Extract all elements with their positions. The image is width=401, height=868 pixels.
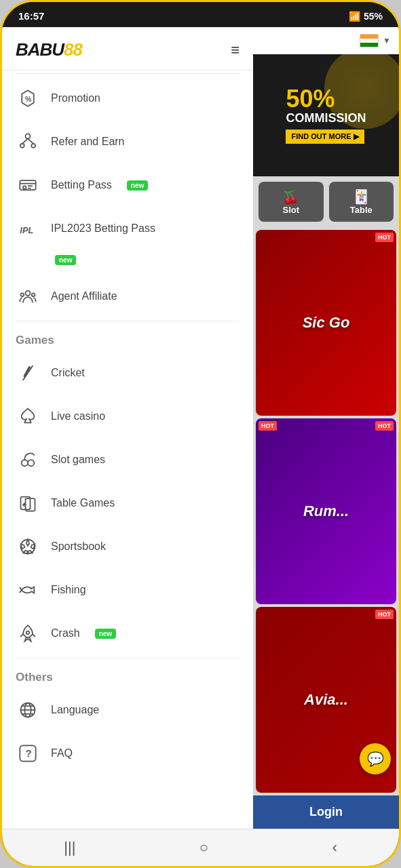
promo-line1: COMMISSION — [286, 111, 366, 125]
faq-label: FAQ — [51, 747, 73, 760]
table-label: Table — [350, 205, 373, 215]
main-content: BABU88 ≡ % Promotion — [2, 27, 399, 829]
cherry-icon — [16, 448, 40, 472]
betting-pass-icon — [16, 173, 40, 197]
hot-badge-1: HOT — [375, 233, 394, 242]
game-label-3: Avia... — [304, 691, 348, 709]
svg-point-13 — [21, 293, 24, 296]
game-label-2: Rum... — [303, 502, 349, 520]
chat-fab[interactable]: 💬 — [360, 743, 391, 774]
others-section-title: Others — [2, 661, 253, 688]
hamburger-button[interactable]: ≡ — [231, 41, 240, 59]
refer-label: Refer and Earn — [51, 136, 125, 148]
fish-icon — [16, 578, 40, 602]
nav-home[interactable]: ○ — [199, 839, 208, 856]
login-label: Login — [309, 805, 343, 818]
wifi-icon: 📶 — [349, 11, 360, 22]
sidebar: BABU88 ≡ % Promotion — [2, 27, 253, 829]
svg-point-12 — [26, 291, 31, 296]
hot-badge-3: HOT — [375, 610, 394, 619]
agent-label: Agent Affiliate — [51, 290, 117, 302]
menu-item-sportsbook[interactable]: Sportsbook — [2, 525, 253, 568]
india-flag-icon — [360, 34, 379, 47]
table-games-label: Table Games — [51, 497, 115, 509]
status-icons: 📶 55% — [349, 11, 383, 22]
svg-point-3 — [31, 144, 35, 148]
live-casino-label: Live casino — [51, 410, 105, 422]
game-card-rummy[interactable]: HOT HOT Rum... — [256, 418, 396, 604]
time: 16:57 — [18, 10, 44, 22]
ipl-row: IPL IPL2023 Betting Pass — [16, 216, 155, 241]
status-bar: 16:57 📶 55% — [2, 2, 399, 27]
globe-icon — [16, 698, 40, 722]
right-panel: ▼ 50% COMMISSION FIND OUT MORE ▶ 🍒 Slot … — [253, 27, 399, 829]
refer-icon — [16, 130, 40, 154]
svg-point-23 — [31, 588, 32, 589]
spade-icon — [16, 404, 40, 429]
crash-badge: new — [95, 629, 116, 639]
nav-back-apps[interactable]: ||| — [64, 839, 75, 856]
game-cards: HOT Sic Go HOT HOT Rum... HOT Avia... — [253, 227, 399, 795]
ipl-badge-row: new — [16, 253, 76, 265]
hot-badge-2-left: HOT — [259, 421, 277, 431]
bottom-nav: ||| ○ ‹ — [2, 829, 399, 866]
svg-text:%: % — [25, 95, 32, 103]
menu-item-language[interactable]: Language — [2, 688, 253, 732]
svg-point-14 — [32, 293, 35, 296]
menu-item-ipl[interactable]: IPL IPL2023 Betting Pass new — [2, 207, 253, 275]
svg-point-8 — [23, 186, 26, 189]
game-card-sicbo[interactable]: HOT Sic Go — [256, 230, 396, 416]
menu-item-cricket[interactable]: Cricket — [2, 351, 253, 395]
agent-icon — [16, 284, 40, 309]
nav-back[interactable]: ‹ — [332, 839, 337, 856]
menu-item-betting-pass[interactable]: Betting Pass new — [2, 163, 253, 207]
slot-games-label: Slot games — [51, 454, 105, 466]
menu-item-refer[interactable]: Refer and Earn — [2, 120, 253, 163]
sportsbook-label: Sportsbook — [51, 540, 106, 553]
cricket-icon — [16, 361, 40, 385]
svg-point-18 — [28, 460, 34, 466]
cards-icon: ♣ — [16, 491, 40, 515]
menu-item-promotion[interactable]: % Promotion — [2, 77, 253, 120]
percent-hexagon-icon: % — [16, 86, 40, 111]
svg-line-5 — [28, 138, 33, 144]
menu-item-fishing[interactable]: Fishing — [2, 568, 253, 612]
divider-top — [16, 73, 240, 74]
language-label: Language — [51, 704, 99, 716]
svg-point-17 — [22, 460, 28, 466]
menu-item-table-games[interactable]: ♣ Table Games — [2, 481, 253, 525]
logo: BABU88 — [16, 39, 82, 60]
promo-percent: 50% — [286, 87, 366, 111]
soccer-icon — [16, 534, 40, 559]
svg-point-1 — [26, 134, 31, 138]
svg-text:♣: ♣ — [22, 501, 26, 508]
menu-item-slots[interactable]: Slot games — [2, 438, 253, 481]
crash-label: Crash — [51, 627, 80, 639]
table-button[interactable]: 🃏 Table — [329, 182, 394, 222]
ipl-badge: new — [55, 255, 76, 265]
slot-button[interactable]: 🍒 Slot — [259, 182, 324, 222]
login-button[interactable]: Login — [253, 795, 399, 829]
rocket-icon — [16, 621, 40, 646]
game-label-1: Sic Go — [303, 314, 350, 332]
promotion-label: Promotion — [51, 92, 100, 104]
menu-item-faq[interactable]: ? FAQ — [2, 732, 253, 775]
games-section-title: Games — [2, 324, 253, 351]
phone-frame: 16:57 📶 55% BABU88 ≡ % — [0, 0, 401, 868]
svg-line-4 — [22, 138, 28, 144]
sidebar-header: BABU88 ≡ — [2, 27, 253, 71]
language-dropdown-arrow[interactable]: ▼ — [383, 36, 391, 45]
svg-point-2 — [20, 144, 24, 148]
menu-item-live-casino[interactable]: Live casino — [2, 395, 253, 438]
question-icon: ? — [16, 741, 40, 766]
menu-item-agent[interactable]: Agent Affiliate — [2, 275, 253, 318]
promo-link[interactable]: FIND OUT MORE ▶ — [286, 130, 364, 144]
right-top-bar: ▼ — [253, 27, 399, 54]
menu-item-crash[interactable]: Crash new — [2, 612, 253, 655]
ipl-icon: IPL — [16, 216, 40, 241]
battery-icon: 55% — [364, 11, 383, 22]
svg-point-24 — [26, 631, 30, 635]
slots-row: 🍒 Slot 🃏 Table — [253, 176, 399, 227]
divider-games — [16, 321, 240, 321]
hot-badge-2-right: HOT — [375, 421, 394, 431]
